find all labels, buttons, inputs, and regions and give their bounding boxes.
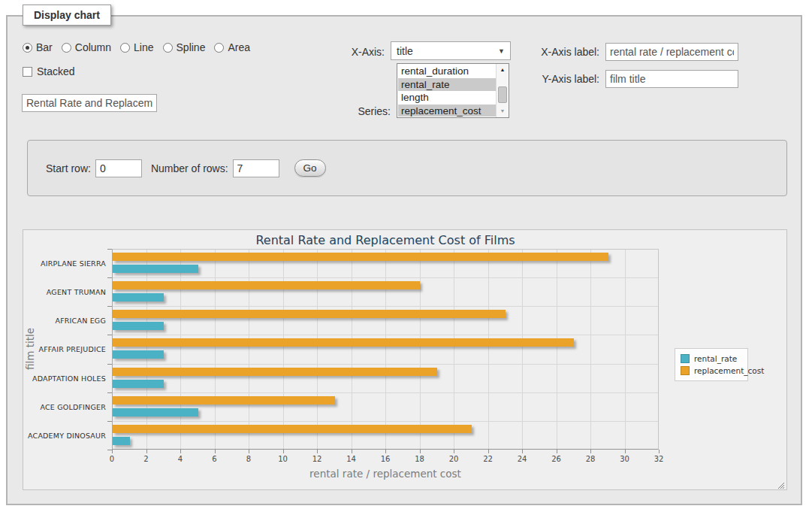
bar-replacement_cost <box>113 310 506 318</box>
legend-label: replacement_cost <box>694 366 764 375</box>
x-axis-tick <box>557 450 557 453</box>
gridline-horizontal <box>113 335 658 335</box>
chart-type-label: Column <box>75 41 111 53</box>
radio-icon <box>62 43 71 53</box>
gridline-horizontal <box>113 421 658 422</box>
gridline-horizontal <box>113 364 658 365</box>
series-option-rental_duration[interactable]: rental_duration <box>398 65 496 78</box>
legend-swatch <box>681 366 690 375</box>
x-axis-tick <box>249 450 249 453</box>
x-axis-tick <box>659 450 660 453</box>
chart-type-line[interactable]: Line <box>120 41 153 53</box>
scroll-down-icon[interactable]: ▼ <box>497 106 508 117</box>
x-axis-tick-label: 22 <box>483 455 493 463</box>
scrollbar-thumb[interactable] <box>498 86 507 103</box>
scroll-up-icon[interactable]: ▲ <box>497 65 508 75</box>
x-axis-tick <box>283 450 284 453</box>
x-axis-tick-label: 20 <box>449 455 459 463</box>
legend-label: rental_rate <box>694 354 737 363</box>
x-axis-tick-label: 8 <box>246 455 251 463</box>
stacked-label: Stacked <box>37 65 75 77</box>
series-list-scrollbar[interactable]: ▲ ▼ <box>496 64 509 117</box>
gridline-vertical <box>420 250 421 449</box>
bar-rental_rate <box>113 265 198 273</box>
series-select-label: Series: <box>315 105 391 117</box>
x-axis-tick-label: 24 <box>518 455 527 463</box>
x-axis-tick <box>590 450 591 453</box>
start-row-label: Start row: <box>46 162 91 174</box>
gridline-horizontal <box>113 392 658 393</box>
gridline-vertical <box>488 250 489 449</box>
x-axis-tick-label: 10 <box>278 455 288 463</box>
series-option-length[interactable]: length <box>398 91 496 105</box>
series-options: rental_durationrental_ratelengthreplacem… <box>398 65 496 117</box>
gridline-vertical <box>454 250 454 449</box>
y-axis-tick <box>107 392 112 393</box>
chart-type-column[interactable]: Column <box>62 41 111 53</box>
gridline-vertical <box>180 250 181 449</box>
x-axis-tick <box>112 450 113 453</box>
bar-rental_rate <box>113 408 198 417</box>
series-listbox[interactable]: rental_durationrental_ratelengthreplacem… <box>397 63 509 118</box>
category-label: AFFAIR PREJUDICE <box>28 345 106 353</box>
number-of-rows-input[interactable] <box>233 159 279 177</box>
chart-type-area[interactable]: Area <box>214 41 250 53</box>
x-axis-label-input[interactable] <box>605 43 738 61</box>
stacked-row: Stacked <box>23 65 75 77</box>
category-label: AIRPLANE SIERRA <box>28 259 106 268</box>
chart-legend: rental_ratereplacement_cost <box>675 348 748 381</box>
resize-handle-icon[interactable] <box>776 479 785 488</box>
gridline-vertical <box>522 250 523 449</box>
x-axis-tick-label: 14 <box>346 455 356 463</box>
series-option-replacement_cost[interactable]: replacement_cost <box>398 105 496 117</box>
y-axis-tick <box>107 277 112 278</box>
gridline-vertical <box>283 250 284 449</box>
x-axis-selected-value: title <box>397 45 413 57</box>
stacked-checkbox[interactable] <box>23 67 32 77</box>
bar-replacement_cost <box>113 425 472 433</box>
chart-type-spline[interactable]: Spline <box>163 41 206 53</box>
x-axis-tick <box>522 450 523 453</box>
bar-rental_rate <box>113 350 164 359</box>
category-label: ACADEMY DINOSAUR <box>28 432 106 440</box>
x-axis-tick <box>180 450 181 453</box>
x-axis-tick-label: 0 <box>110 455 114 463</box>
number-of-rows-label: Number of rows: <box>151 162 228 174</box>
x-axis-tick <box>146 450 147 453</box>
y-axis-tick <box>107 450 112 450</box>
gridline-vertical <box>590 250 591 449</box>
category-label: AFRICAN EGG <box>28 317 106 325</box>
x-axis-title: rental rate / replacement cost <box>112 468 659 480</box>
x-axis-tick <box>317 450 318 453</box>
bar-replacement_cost <box>113 281 420 289</box>
series-option-rental_rate[interactable]: rental_rate <box>398 78 496 92</box>
legend-entry-replacement_cost: replacement_cost <box>681 365 747 377</box>
chevron-down-icon: ▼ <box>498 47 505 55</box>
x-axis-tick-label: 30 <box>620 455 629 463</box>
gridline-vertical <box>385 250 386 449</box>
y-axis-label-input[interactable] <box>605 70 738 88</box>
x-axis-tick-label: 2 <box>143 455 148 463</box>
bar-rental_rate <box>113 437 130 445</box>
category-label: ACE GOLDFINGER <box>28 403 106 411</box>
x-axis-tick-label: 4 <box>178 455 183 463</box>
chart-type-label: Spline <box>177 41 206 53</box>
x-axis-tick <box>215 450 216 453</box>
bar-rental_rate <box>113 380 164 388</box>
chart-title-input[interactable] <box>22 94 157 112</box>
x-axis-tick-label: 28 <box>586 455 596 463</box>
x-axis-tick <box>454 450 454 453</box>
chart-type-label: Bar <box>36 41 53 53</box>
go-button[interactable]: Go <box>294 159 326 177</box>
x-axis-tick <box>420 450 421 453</box>
radio-icon <box>23 43 32 53</box>
gridline-horizontal <box>113 306 658 307</box>
x-axis-tick <box>625 450 626 453</box>
x-axis-tick-label: 26 <box>551 455 561 463</box>
y-axis-tick <box>107 335 112 335</box>
chart-container: Rental Rate and Replacement Cost of Film… <box>23 229 787 490</box>
start-row-input[interactable] <box>95 159 142 177</box>
x-axis-select[interactable]: title ▼ <box>391 41 511 60</box>
x-axis-tick-label: 6 <box>212 455 216 463</box>
chart-type-bar[interactable]: Bar <box>23 41 53 53</box>
